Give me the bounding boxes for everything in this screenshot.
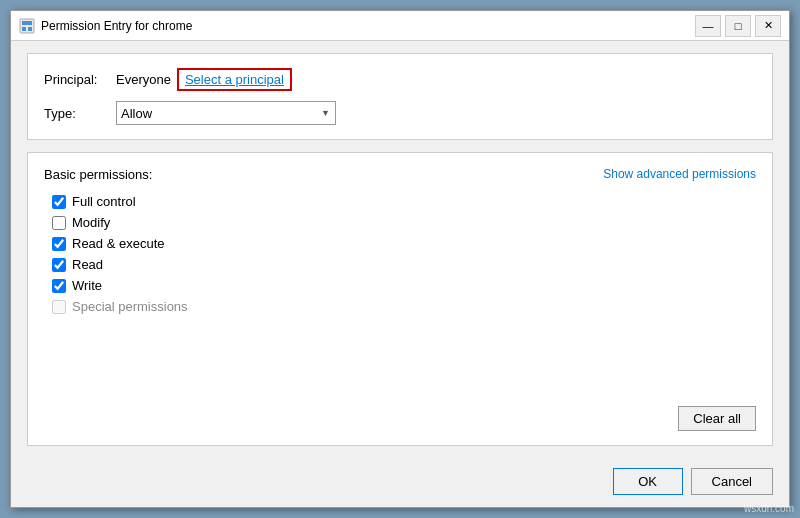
permissions-header: Basic permissions: Show advanced permiss… [44,167,756,182]
read-label: Read [72,257,103,272]
read-execute-label: Read & execute [72,236,165,251]
type-row: Type: Allow Deny [44,101,756,125]
list-item: Modify [52,215,756,230]
main-content: Principal: Everyone Select a principal T… [11,41,789,458]
close-button[interactable]: ✕ [755,15,781,37]
show-advanced-link[interactable]: Show advanced permissions [603,167,756,181]
special-permissions-checkbox [52,300,66,314]
full-control-label: Full control [72,194,136,209]
minimize-button[interactable]: — [695,15,721,37]
svg-rect-3 [28,27,32,31]
title-controls: — □ ✕ [695,15,781,37]
maximize-button[interactable]: □ [725,15,751,37]
title-bar: Permission Entry for chrome — □ ✕ [11,11,789,41]
type-select-wrapper: Allow Deny [116,101,336,125]
footer: OK Cancel [11,458,789,507]
checkbox-list: Full control Modify Read & execute Read … [44,194,756,314]
permissions-section: Basic permissions: Show advanced permiss… [27,152,773,446]
cancel-button[interactable]: Cancel [691,468,773,495]
svg-rect-2 [22,27,26,31]
type-label: Type: [44,106,116,121]
select-principal-button[interactable]: Select a principal [177,68,292,91]
list-item: Special permissions [52,299,756,314]
ok-button[interactable]: OK [613,468,683,495]
principal-row: Principal: Everyone Select a principal [44,68,756,91]
clear-all-button[interactable]: Clear all [678,406,756,431]
list-item: Write [52,278,756,293]
principal-value: Everyone [116,72,171,87]
write-checkbox[interactable] [52,279,66,293]
read-checkbox[interactable] [52,258,66,272]
permission-entry-window: Permission Entry for chrome — □ ✕ Princi… [10,10,790,508]
window-icon [19,18,35,34]
write-label: Write [72,278,102,293]
list-item: Full control [52,194,756,209]
principal-label: Principal: [44,72,116,87]
list-item: Read & execute [52,236,756,251]
watermark: wsxdn.com [744,503,794,514]
svg-rect-1 [22,21,32,25]
read-execute-checkbox[interactable] [52,237,66,251]
modify-label: Modify [72,215,110,230]
form-section: Principal: Everyone Select a principal T… [27,53,773,140]
full-control-checkbox[interactable] [52,195,66,209]
list-item: Read [52,257,756,272]
modify-checkbox[interactable] [52,216,66,230]
title-text: Permission Entry for chrome [41,19,192,33]
permissions-title: Basic permissions: [44,167,152,182]
special-permissions-label: Special permissions [72,299,188,314]
type-select[interactable]: Allow Deny [116,101,336,125]
